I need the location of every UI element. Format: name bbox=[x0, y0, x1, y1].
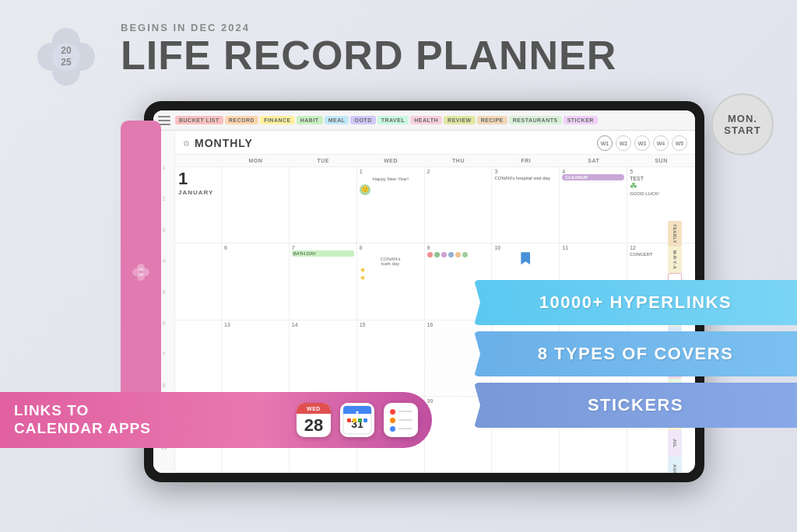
tab-yearly[interactable]: YEARLY bbox=[668, 221, 682, 247]
cal-day-sun-1: 5 TEST ☘ GOOD LUCK! bbox=[627, 167, 695, 243]
reminders-icon bbox=[384, 403, 418, 437]
tab-aug[interactable]: AUG bbox=[668, 457, 682, 473]
pink-back-panel: 20 25 bbox=[121, 121, 161, 424]
day-header-thu: THU bbox=[425, 155, 493, 166]
week-label-jan: 1 JANUARY bbox=[175, 167, 222, 243]
tab-mrya[interactable]: M·R·Y·A bbox=[668, 247, 682, 272]
header: BEGINS IN DEC 2024 LIFE RECORD PLANNER bbox=[121, 22, 616, 78]
feature-banners: 10000+ HYPERLINKS 8 TYPES OF COVERS STIC… bbox=[474, 280, 797, 428]
hyperlinks-label: 10000+ HYPERLINKS bbox=[539, 292, 732, 313]
week-badge-2[interactable]: W2 bbox=[616, 135, 631, 151]
conan-bath-event: CONAN'sbath day bbox=[360, 257, 422, 266]
dot-circles bbox=[427, 252, 490, 257]
svg-rect-22 bbox=[363, 418, 367, 422]
cal-day-wed-3: 15 bbox=[357, 320, 425, 396]
week-label-2 bbox=[175, 243, 222, 319]
links-to-calendar-banner: LINKS TOCALENDAR APPS WED 28 31 ▼ bbox=[0, 392, 432, 448]
cal-day-fri-1: 3 CONAN's hospital visit day bbox=[492, 167, 560, 243]
links-banner-text: LINKS TOCALENDAR APPS bbox=[14, 402, 287, 438]
bookmark-flag bbox=[521, 252, 530, 264]
reminder-dot-orange bbox=[390, 418, 395, 423]
cal-week-1: 1 JANUARY 1 Happy New Year! 🙂 bbox=[175, 167, 695, 243]
tab-restaurants[interactable]: RESTAURANTS bbox=[509, 116, 562, 124]
test-event: TEST bbox=[630, 176, 693, 181]
header-title: LIFE RECORD PLANNER bbox=[121, 33, 616, 78]
stickers-label: STICKERS bbox=[588, 395, 683, 415]
mon-start-line2: START bbox=[724, 124, 760, 136]
svg-text:20: 20 bbox=[139, 267, 143, 271]
svg-rect-20 bbox=[353, 418, 356, 422]
cal-day-mon-2: 6 bbox=[222, 243, 290, 319]
reminder-row-3 bbox=[390, 426, 413, 432]
cal-day-empty bbox=[222, 167, 290, 243]
week-label-3 bbox=[175, 320, 222, 396]
tab-health[interactable]: HEALTH bbox=[410, 116, 442, 124]
tab-travel[interactable]: TRAVEL bbox=[377, 116, 409, 124]
week-badge-3[interactable]: W3 bbox=[634, 135, 650, 151]
tab-jul[interactable]: JUL bbox=[668, 430, 682, 456]
reminder-dot-blue bbox=[390, 426, 395, 432]
conan-hospital-event: CONAN's hospital visit day bbox=[494, 176, 556, 182]
svg-text:25: 25 bbox=[61, 57, 72, 68]
reminder-dot-red bbox=[390, 409, 395, 415]
tab-bucket-list[interactable]: BUCKET LIST bbox=[175, 116, 223, 124]
good-luck-event: GOOD LUCK! bbox=[630, 191, 693, 196]
star-icon-2: ★ bbox=[360, 274, 422, 282]
tab-meal[interactable]: MEAL bbox=[325, 116, 349, 124]
header-subtitle: BEGINS IN DEC 2024 bbox=[121, 22, 616, 33]
new-year-event: Happy New Year! bbox=[360, 177, 422, 183]
tab-recipe[interactable]: RECiPE bbox=[477, 116, 507, 124]
clover-icon: ☘ bbox=[630, 181, 693, 191]
cal-day-wed-2: 8 CONAN'sbath day ★ ★ bbox=[357, 243, 425, 319]
smiley-icon: 🙂 bbox=[360, 184, 370, 195]
day-header-fri: FRI bbox=[492, 155, 560, 166]
hyperlinks-banner: 10000+ HYPERLINKS bbox=[474, 280, 797, 325]
reminder-line-1 bbox=[398, 411, 413, 412]
cal-day-tue-3: 14 bbox=[290, 320, 357, 396]
tab-sticker[interactable]: STICKER bbox=[564, 116, 598, 124]
ios-calendar-icon: WED 28 bbox=[297, 403, 331, 437]
week-num: 1 bbox=[178, 170, 218, 187]
mon-start-badge: MON. START bbox=[711, 93, 774, 156]
reminder-line-2 bbox=[398, 419, 413, 421]
day-header-wed: WED bbox=[357, 155, 425, 166]
reminder-row-2 bbox=[390, 418, 413, 423]
cal-day-tue-2: 7 BATH DAY bbox=[290, 243, 357, 319]
svg-text:20: 20 bbox=[61, 45, 72, 56]
tab-finance[interactable]: FINANCE bbox=[260, 116, 295, 124]
bath-day-event: BATH DAY bbox=[292, 250, 354, 257]
day-header-mon: MON bbox=[222, 155, 290, 166]
day-header-sat: SAT bbox=[560, 155, 627, 166]
day-headers: MON TUE WED THU FRI SAT SUN bbox=[175, 155, 695, 167]
reminder-line-3 bbox=[398, 428, 413, 429]
covers-banner: 8 TYPES OF COVERS bbox=[474, 331, 797, 376]
tab-bar: BUCKET LIST RECORD FINANCE HABIT MEAL OO… bbox=[153, 110, 695, 131]
week-badges: W1 W2 W3 W4 W5 bbox=[597, 135, 687, 151]
cal-day-thu-1: 2 bbox=[425, 167, 493, 243]
reminder-row-1 bbox=[390, 409, 413, 415]
ios-cal-date: 28 bbox=[297, 414, 331, 437]
svg-text:▼: ▼ bbox=[355, 410, 360, 415]
star-icon: ★ bbox=[360, 266, 422, 274]
logo-flower: 20 25 bbox=[31, 22, 101, 92]
tab-habit[interactable]: HABIT bbox=[297, 116, 323, 124]
week-month: JANUARY bbox=[178, 189, 218, 196]
stickers-banner: STICKERS bbox=[474, 383, 797, 428]
week-badge-4[interactable]: W4 bbox=[653, 135, 669, 151]
week-badge-5[interactable]: W5 bbox=[672, 135, 687, 151]
covers-label: 8 TYPES OF COVERS bbox=[538, 344, 734, 364]
calendar-title: MONTHLY bbox=[195, 137, 253, 149]
cal-day-mon-3: 13 bbox=[222, 320, 290, 396]
day-header-sun: SUN bbox=[627, 155, 695, 166]
back-logo: 20 25 bbox=[128, 260, 153, 285]
google-calendar-icon: 31 ▼ bbox=[340, 403, 374, 437]
tab-review[interactable]: REVIEW bbox=[444, 116, 476, 124]
tab-ootd[interactable]: OOTD bbox=[350, 116, 375, 124]
week-badge-1[interactable]: W1 bbox=[597, 135, 613, 151]
cal-day-wed-1: 1 Happy New Year! 🙂 bbox=[357, 167, 425, 243]
svg-rect-21 bbox=[358, 418, 362, 422]
concert-event: CONCERT bbox=[630, 252, 693, 257]
cal-day-empty2 bbox=[290, 167, 357, 243]
svg-text:25: 25 bbox=[139, 272, 143, 277]
tab-record[interactable]: RECORD bbox=[225, 116, 258, 124]
